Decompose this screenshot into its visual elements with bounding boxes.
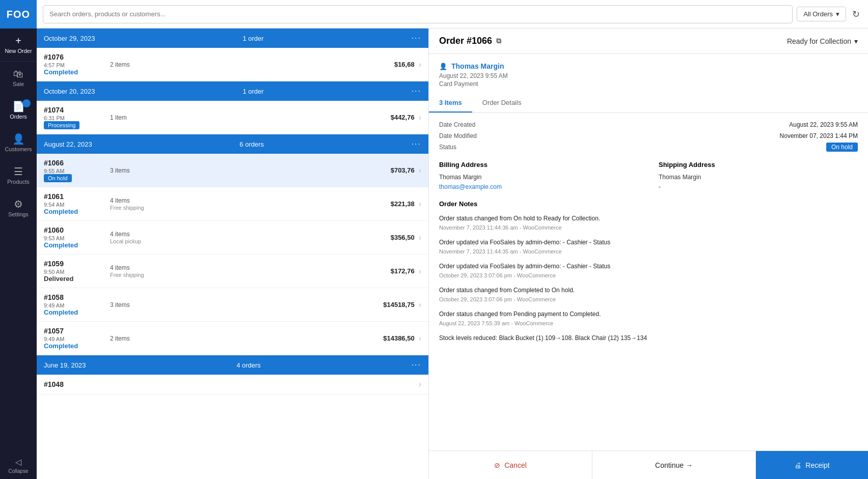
status-dropdown-label: Ready for Collection bbox=[787, 37, 851, 45]
group-menu-oct29[interactable]: ··· bbox=[412, 34, 421, 43]
note-item-2: Order updated via FooSales by admin-demo… bbox=[439, 262, 858, 278]
sidebar-item-settings-label: Settings bbox=[8, 211, 29, 217]
note-meta-2: October 29, 2023 3:07:06 pm - WooCommerc… bbox=[439, 272, 858, 278]
order-number-1060: #1060 bbox=[44, 226, 110, 234]
external-link-icon[interactable]: ⧉ bbox=[496, 37, 501, 45]
order-row-1066[interactable]: #1066 9:55 AM On hold 3 items $703,76 › bbox=[37, 154, 428, 187]
order-row-1059[interactable]: #1059 9:50 AM Delivered 4 itemsFree ship… bbox=[37, 255, 428, 288]
tab-items[interactable]: 3 Items bbox=[429, 94, 472, 112]
order-number-1059: #1059 bbox=[44, 260, 110, 268]
order-number-1061: #1061 bbox=[44, 192, 110, 201]
order-row-1074[interactable]: #1074 6:31 PM Processing 1 item $442,76 … bbox=[37, 101, 428, 134]
order-items-1061: 4 itemsFree shipping bbox=[110, 197, 369, 211]
topbar: All Orders ▾ ↻ bbox=[37, 0, 868, 29]
order-price-1060: $356,50 bbox=[369, 234, 415, 241]
order-row-1057[interactable]: #1057 9:49 AM Completed 2 items $14386,5… bbox=[37, 322, 428, 355]
order-detail-body: 👤 Thomas Margin August 22, 2023 9:55 AM … bbox=[429, 54, 868, 450]
order-row-1060[interactable]: #1060 9:53 AM Completed 4 itemsLocal pic… bbox=[37, 221, 428, 255]
order-chevron-1048: › bbox=[419, 380, 421, 389]
tabs-row: 3 Items Order Details bbox=[429, 94, 868, 113]
products-icon: ☰ bbox=[14, 166, 23, 177]
group-menu-jun19[interactable]: ··· bbox=[412, 360, 421, 370]
order-chevron-1059: › bbox=[419, 267, 421, 276]
receipt-button[interactable]: 🖨 Receipt bbox=[756, 451, 868, 479]
order-time-1059: 9:50 AM bbox=[44, 269, 110, 275]
order-items-1066: 3 items bbox=[110, 167, 369, 174]
note-text-1: Order updated via FooSales by admin-demo… bbox=[439, 238, 858, 247]
group-menu-aug22[interactable]: ··· bbox=[412, 139, 421, 149]
status-label: Status bbox=[439, 144, 456, 151]
sidebar-item-orders[interactable]: 📄 Orders bbox=[0, 94, 37, 127]
count-oct29: 1 order bbox=[242, 35, 263, 42]
search-input[interactable] bbox=[43, 5, 793, 23]
order-status-1061: Completed bbox=[44, 208, 78, 215]
order-title-text: Order #1066 bbox=[439, 36, 492, 46]
plus-icon: + bbox=[15, 36, 21, 46]
order-time-1066: 9:55 AM bbox=[44, 168, 110, 174]
billing-address-title: Billing Address bbox=[439, 161, 638, 168]
order-shipping-1059: Free shipping bbox=[110, 272, 144, 278]
sidebar-item-products-label: Products bbox=[7, 179, 29, 185]
sidebar-item-products[interactable]: ☰ Products bbox=[0, 159, 37, 192]
date-modified-value: November 07, 2023 1:44 PM bbox=[487, 132, 858, 139]
order-row-1076[interactable]: #1076 4:57 PM Completed 2 items $16,68 › bbox=[37, 48, 428, 81]
note-text-4: Order status changed from Pending paymen… bbox=[439, 309, 858, 319]
order-row-1048[interactable]: #1048 › bbox=[37, 375, 428, 395]
order-row-1061[interactable]: #1061 9:54 AM Completed 4 itemsFree ship… bbox=[37, 187, 428, 221]
order-row-1058[interactable]: #1058 9:49 AM Completed 3 items $14518,7… bbox=[37, 288, 428, 322]
order-price-1066: $703,76 bbox=[369, 166, 415, 174]
order-status-1074: Processing bbox=[44, 121, 79, 129]
order-info-1076: #1076 4:57 PM Completed bbox=[44, 53, 110, 76]
continue-label: Continue → bbox=[655, 461, 693, 469]
customer-date: August 22, 2023 9:55 AM bbox=[439, 72, 858, 79]
order-number-1074: #1074 bbox=[44, 106, 110, 114]
customer-name[interactable]: Thomas Margin bbox=[451, 62, 504, 70]
order-time-1074: 6:31 PM bbox=[44, 115, 110, 121]
detail-row-date-created: Date Created August 22, 2023 9:55 AM bbox=[439, 121, 858, 128]
order-items-1059: 4 itemsFree shipping bbox=[110, 264, 369, 278]
note-item-0: Order status changed from On hold to Rea… bbox=[439, 214, 858, 231]
cancel-button[interactable]: ⊘ Cancel bbox=[429, 451, 592, 479]
order-status-1066: On hold bbox=[44, 174, 72, 182]
refresh-button[interactable]: ↻ bbox=[850, 7, 862, 22]
order-notes-title: Order Notes bbox=[439, 200, 858, 208]
shipping-address-title: Shipping Address bbox=[659, 161, 858, 168]
sidebar: FOO + New Order 🛍 Sale 📄 Orders 👤 Custom… bbox=[0, 0, 37, 479]
order-detail-panel: Order #1066 ⧉ Ready for Collection ▾ 👤 T… bbox=[429, 29, 868, 479]
collapse-button[interactable]: ◁ Collapse bbox=[0, 452, 37, 479]
order-price-1076: $16,68 bbox=[369, 61, 415, 68]
sidebar-item-customers[interactable]: 👤 Customers bbox=[0, 127, 37, 159]
on-hold-badge: On hold bbox=[826, 143, 858, 152]
order-chevron-1066: › bbox=[419, 166, 421, 175]
continue-button[interactable]: Continue → bbox=[592, 451, 756, 479]
filter-dropdown[interactable]: All Orders ▾ bbox=[797, 7, 846, 21]
order-info-1074: #1074 6:31 PM Processing bbox=[44, 106, 110, 129]
new-order-button[interactable]: + New Order bbox=[0, 29, 37, 62]
order-price-1058: $14518,75 bbox=[369, 301, 415, 308]
count-aug22: 6 orders bbox=[239, 140, 264, 148]
order-number-1066: #1066 bbox=[44, 159, 110, 167]
tab-order-details[interactable]: Order Details bbox=[472, 94, 532, 112]
status-dropdown[interactable]: Ready for Collection ▾ bbox=[787, 37, 858, 45]
order-time-1060: 9:53 AM bbox=[44, 235, 110, 241]
bottom-bar: ⊘ Cancel Continue → 🖨 Receipt bbox=[429, 450, 868, 479]
note-meta-3: October 29, 2023 3:07:06 pm - WooCommerc… bbox=[439, 296, 858, 302]
count-oct20: 1 order bbox=[242, 88, 263, 95]
date-created-label: Date Created bbox=[439, 121, 475, 128]
order-number-1058: #1058 bbox=[44, 293, 110, 301]
note-meta-0: November 7, 2023 11:44:36 am - WooCommer… bbox=[439, 224, 858, 231]
sidebar-item-sale[interactable]: 🛍 Sale bbox=[0, 62, 37, 94]
logo-text: FOO bbox=[7, 9, 30, 20]
collapse-icon: ◁ bbox=[15, 457, 21, 467]
order-items-1057: 2 items bbox=[110, 335, 369, 342]
address-section: Billing Address Thomas Margin thomas@exa… bbox=[439, 161, 858, 192]
order-shipping-1061: Free shipping bbox=[110, 205, 144, 211]
order-info-1048: #1048 bbox=[44, 380, 110, 388]
order-status-1076: Completed bbox=[44, 68, 78, 76]
note-text-3: Order status changed from Completed to O… bbox=[439, 286, 858, 295]
settings-icon: ⚙ bbox=[14, 199, 23, 209]
group-menu-oct20[interactable]: ··· bbox=[412, 87, 421, 96]
app-logo: FOO bbox=[0, 0, 37, 29]
order-detail-header: Order #1066 ⧉ Ready for Collection ▾ bbox=[429, 29, 868, 54]
sidebar-item-settings[interactable]: ⚙ Settings bbox=[0, 192, 37, 224]
